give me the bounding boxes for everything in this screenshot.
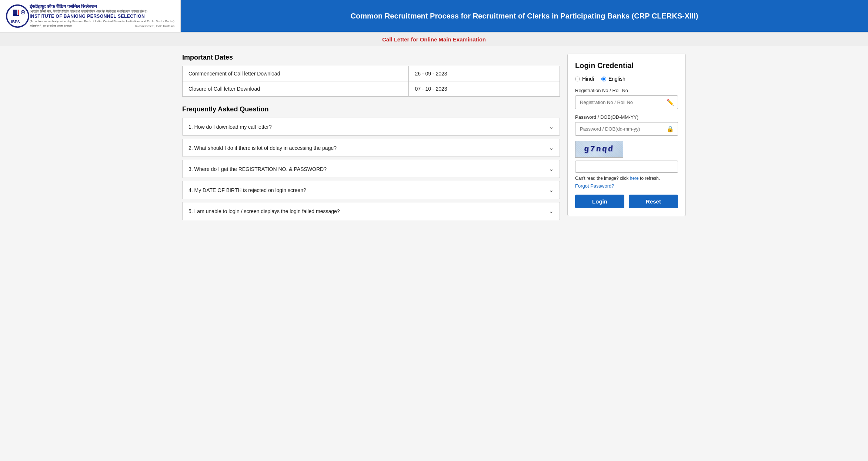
reset-button[interactable]: Reset	[629, 195, 678, 208]
reg-label: Registration No / Roll No	[575, 88, 678, 93]
main-content: Important Dates Commencement of Call let…	[175, 46, 693, 231]
date-label: Commencement of Call letter Download	[183, 66, 409, 81]
important-dates-title: Important Dates	[182, 54, 560, 61]
left-section: Important Dates Commencement of Call let…	[182, 54, 560, 223]
faq-list: 1. How do I download my call letter? ⌄ 2…	[182, 118, 560, 220]
logo-institute-name: INSTITUTE OF BANKING PERSONNEL SELECTION	[30, 14, 174, 19]
logo-hindi-text: इंस्टीट्यूट ऑफ बैंकिंग पर्सोनेल सिलेक्शन	[30, 4, 174, 10]
captcha-refresh-link[interactable]: here	[630, 176, 639, 181]
captcha-image: g7nqd	[575, 141, 623, 158]
password-input[interactable]	[575, 122, 663, 135]
table-row: Closure of Call letter Download 07 - 10 …	[183, 81, 560, 97]
logo-tagline: असेसमेंट में, हम पर भरोसा रखता है भारत I…	[30, 24, 174, 28]
faq-question-text: 2. What should I do if there is lot of d…	[188, 145, 337, 151]
logo-tagline-hindi: असेसमेंट में, हम पर भरोसा रखता है भारत	[30, 24, 72, 28]
logo-description: (An autonomous body set up by Reserve Ba…	[30, 20, 174, 23]
hindi-option[interactable]: Hindi	[575, 76, 594, 82]
hindi-radio[interactable]	[575, 77, 580, 81]
logo-text: इंस्टीट्यूट ऑफ बैंकिंग पर्सोनेल सिलेक्शन…	[30, 4, 174, 28]
lock-icon: 🔒	[663, 125, 678, 132]
page-header: IBPS इंस्टीट्यूट ऑफ बैंकिंग पर्सोनेल सिल…	[0, 0, 868, 33]
captcha-input[interactable]	[575, 161, 678, 173]
password-input-wrapper: 🔒	[575, 122, 678, 136]
svg-rect-3	[18, 10, 19, 15]
chevron-down-icon: ⌄	[549, 208, 554, 215]
english-option[interactable]: English	[601, 76, 625, 82]
forgot-password-link[interactable]: Forgot Password?	[575, 183, 678, 189]
faq-title: Frequently Asked Question	[182, 105, 560, 113]
sub-header-text: Call Letter for Online Main Examination	[382, 36, 486, 43]
login-title: Login Credential	[575, 61, 678, 70]
reg-input-wrapper: ✏️	[575, 95, 678, 109]
faq-question-text: 3. Where do I get the REGISTRATION NO. &…	[188, 166, 327, 172]
logo-sub-hindi: (भारतीय रिजर्व बैंक, केंद्रीय वित्तीय सं…	[30, 10, 174, 14]
faq-section: Frequently Asked Question 1. How do I do…	[182, 105, 560, 220]
reg-input[interactable]	[575, 96, 663, 109]
faq-question-text: 1. How do I download my call letter?	[188, 124, 272, 130]
chevron-down-icon: ⌄	[549, 186, 554, 194]
page-main-title: Common Recruitment Process for Recruitme…	[351, 11, 698, 21]
logo-section: IBPS इंस्टीट्यूट ऑफ बैंकिंग पर्सोनेल सिल…	[0, 0, 181, 32]
ibps-logo-icon: IBPS	[6, 4, 30, 28]
header-title-block: Common Recruitment Process for Recruitme…	[181, 0, 868, 32]
chevron-down-icon: ⌄	[549, 165, 554, 172]
faq-question-text: 4. My DATE OF BIRTH is rejected on login…	[188, 187, 306, 193]
password-label: Password / DOB(DD-MM-YY)	[575, 114, 678, 120]
faq-question[interactable]: 3. Where do I get the REGISTRATION NO. &…	[183, 160, 560, 178]
faq-item[interactable]: 3. Where do I get the REGISTRATION NO. &…	[182, 160, 560, 178]
svg-rect-4	[13, 15, 19, 16]
language-selector[interactable]: Hindi English	[575, 76, 678, 82]
edit-icon: ✏️	[663, 99, 678, 106]
chevron-down-icon: ⌄	[549, 123, 554, 130]
date-value: 07 - 10 - 2023	[409, 81, 560, 97]
sub-header: Call Letter for Online Main Examination	[0, 33, 868, 46]
faq-question[interactable]: 2. What should I do if there is lot of d…	[183, 139, 560, 157]
hindi-label: Hindi	[582, 76, 594, 82]
login-buttons: Login Reset	[575, 195, 678, 208]
faq-item[interactable]: 1. How do I download my call letter? ⌄	[182, 118, 560, 136]
faq-question[interactable]: 1. How do I download my call letter? ⌄	[183, 118, 560, 135]
svg-text:IBPS: IBPS	[11, 20, 20, 24]
logo-tagline-english: In assessment, India trusts us	[135, 24, 174, 28]
faq-question[interactable]: 4. My DATE OF BIRTH is rejected on login…	[183, 181, 560, 199]
table-row: Commencement of Call letter Download 26 …	[183, 66, 560, 81]
captcha-refresh-text: Can't read the image? click here to refr…	[575, 176, 678, 181]
faq-question-text: 5. I am unable to login / screen display…	[188, 208, 340, 214]
chevron-down-icon: ⌄	[549, 144, 554, 151]
login-button[interactable]: Login	[575, 195, 624, 208]
faq-item[interactable]: 5. I am unable to login / screen display…	[182, 202, 560, 220]
login-panel: Login Credential Hindi English Registrat…	[567, 54, 686, 216]
date-label: Closure of Call letter Download	[183, 81, 409, 97]
faq-item[interactable]: 4. My DATE OF BIRTH is rejected on login…	[182, 181, 560, 199]
svg-point-7	[22, 11, 24, 13]
faq-question[interactable]: 5. I am unable to login / screen display…	[183, 202, 560, 220]
english-radio[interactable]	[601, 77, 606, 81]
important-dates-table: Commencement of Call letter Download 26 …	[182, 66, 560, 97]
captcha-text: g7nqd	[584, 145, 614, 154]
svg-rect-2	[13, 10, 17, 15]
english-label: English	[608, 76, 625, 82]
faq-item[interactable]: 2. What should I do if there is lot of d…	[182, 139, 560, 157]
date-value: 26 - 09 - 2023	[409, 66, 560, 81]
